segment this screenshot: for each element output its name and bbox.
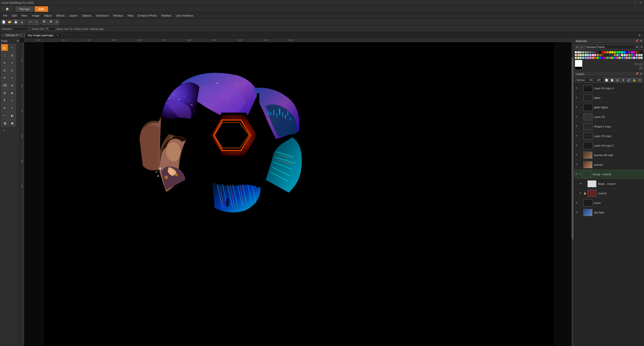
paint-tool[interactable]: ✏ [1, 74, 8, 81]
swatch-s2[interactable] [577, 54, 579, 56]
delete-layer-button[interactable]: 🗑 [615, 77, 620, 82]
menu-image[interactable]: Image [30, 14, 42, 18]
text-tool[interactable]: T [1, 97, 8, 104]
layer-vis-7[interactable]: 👁 [575, 153, 578, 157]
swatch-t5[interactable] [585, 57, 587, 59]
menu-help[interactable]: Help [126, 14, 135, 18]
swatch-r8[interactable] [619, 51, 621, 53]
crop-tool[interactable]: ⊡ [1, 67, 8, 74]
swatch-r10[interactable] [624, 51, 626, 53]
opacity-input[interactable]: 100 [593, 78, 603, 82]
swatch-t14[interactable] [607, 57, 609, 59]
layer-item-4[interactable]: 👁 Shape 2 copy [574, 122, 644, 131]
swatch-4[interactable] [585, 51, 587, 53]
layer-vis-2[interactable]: 👁 [575, 106, 578, 109]
layer-vis-0[interactable]: 👁 [575, 86, 578, 90]
swatch-s11[interactable] [599, 54, 601, 56]
swatch-s9[interactable] [594, 54, 596, 56]
swatch-t11[interactable] [599, 57, 601, 59]
layer-vis-12[interactable]: 👁 [575, 201, 578, 205]
swatch-t23[interactable] [628, 57, 630, 59]
manage-button[interactable]: Manage [16, 6, 34, 12]
swatch-7[interactable] [592, 51, 594, 53]
layer-vis-1[interactable]: 👁 [575, 96, 578, 100]
dodge-tool[interactable]: ◑ [1, 119, 8, 126]
vector-tool[interactable]: ⬡ [9, 97, 16, 104]
swatch-r11[interactable] [626, 51, 628, 53]
layer-vis-4[interactable]: 👁 [575, 125, 578, 128]
smudge-tool[interactable]: 〰 [1, 112, 8, 119]
layer-item-2[interactable]: 👁 glitter lights [574, 103, 644, 112]
swatch-s14[interactable] [607, 54, 609, 56]
menu-window[interactable]: Window [111, 14, 125, 18]
swatch-r17[interactable] [640, 51, 642, 53]
foreground-color-swatch[interactable] [575, 60, 582, 67]
eraser-tool[interactable]: ⌫ [1, 82, 8, 89]
swatch-1[interactable] [577, 51, 579, 53]
swatch-s10[interactable] [597, 54, 599, 56]
swatch-t12[interactable] [601, 57, 603, 59]
swatch-6[interactable] [589, 51, 591, 53]
swatch-s7[interactable] [589, 54, 591, 56]
swatch-t25[interactable] [633, 57, 635, 59]
undo-button[interactable]: ↩ [27, 19, 33, 25]
tab-next-button[interactable]: ▶ [639, 32, 643, 38]
swatch-t6[interactable] [587, 57, 589, 59]
open-button[interactable]: 📂 [7, 19, 13, 25]
presets-input[interactable] [13, 27, 28, 31]
menu-selections[interactable]: Selections [94, 14, 111, 18]
menu-effects[interactable]: Effects [54, 14, 67, 18]
swatch-s12[interactable] [601, 54, 603, 56]
menu-palettes[interactable]: Palettes [159, 14, 173, 18]
swatch-t28[interactable] [640, 57, 642, 59]
layer-item-11[interactable]: 👁 🔒 moon2 [578, 189, 644, 198]
swatch-s25[interactable] [633, 54, 635, 56]
swatch-t19[interactable] [619, 57, 621, 59]
clone-tool[interactable]: ⊛ [1, 89, 8, 96]
palette-expand[interactable]: ▼ [640, 46, 643, 49]
blend-mode-select[interactable]: Normal Multiply Screen Overlay [575, 78, 593, 82]
burn-tool[interactable]: ◉ [9, 119, 16, 126]
swatch-s3[interactable] [580, 54, 582, 56]
swatch-r12[interactable] [628, 51, 630, 53]
add-tool-button[interactable]: + [1, 127, 8, 134]
swatch-s16[interactable] [611, 54, 613, 56]
swatch-r3[interactable] [607, 51, 609, 53]
tools-panel-close[interactable]: ✕ [17, 39, 19, 42]
swatch-s8[interactable] [592, 54, 594, 56]
new-layer-button[interactable]: 📄 [604, 77, 609, 82]
menu-adjust[interactable]: Adjust [42, 14, 54, 18]
layer-vis-10[interactable]: 👁 [579, 182, 582, 186]
swatch-t1[interactable] [575, 57, 577, 59]
swatch-r4[interactable] [609, 51, 611, 53]
layer-settings-button[interactable]: ⚙ [637, 77, 642, 82]
menu-objects[interactable]: Objects [80, 14, 93, 18]
swatch-r2[interactable] [604, 51, 606, 53]
swatch-3[interactable] [582, 51, 584, 53]
swatch-r5[interactable] [611, 51, 613, 53]
layer-item-10[interactable]: 👁 Mask - moon2 [578, 179, 644, 189]
pen-tool[interactable]: ✒ [1, 104, 8, 111]
layer-item-12[interactable]: 👁 moon [574, 198, 644, 208]
layers-pin[interactable]: 📌 [635, 72, 639, 75]
swatch-9[interactable] [597, 51, 599, 53]
move-tool[interactable]: ↖ [9, 44, 16, 51]
swatch-t24[interactable] [631, 57, 633, 59]
freehand-tool[interactable]: ◎ [9, 52, 16, 59]
swatch-t4[interactable] [582, 57, 584, 59]
blur-tool[interactable]: ◐ [9, 112, 16, 119]
swatch-r13[interactable] [631, 51, 633, 53]
layer-item-5[interactable]: 👁 Layer 35 copy [574, 131, 644, 141]
layer-item-8[interactable]: 👁 woman [574, 160, 644, 169]
layer-vis-9[interactable]: 👁 [575, 172, 578, 176]
merge-down-button[interactable]: ⬇ [621, 77, 626, 82]
layer-vis-13[interactable]: 👁 [575, 211, 578, 214]
eyedropper-tool[interactable]: ⊕ [1, 59, 8, 66]
edit-button[interactable]: Edit [35, 6, 48, 12]
layer-vis-8[interactable]: 👁 [575, 163, 578, 166]
swatch-s20[interactable] [621, 54, 623, 56]
straighten-tool[interactable]: ◻ [9, 67, 16, 74]
zoom-out-button[interactable]: 🔎 [48, 19, 53, 25]
swatch-t21[interactable] [624, 57, 626, 59]
swatch-s6[interactable] [587, 54, 589, 56]
